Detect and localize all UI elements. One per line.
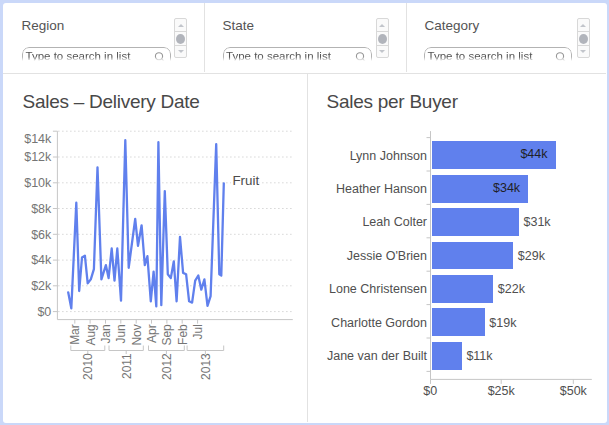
svg-text:$8k: $8k — [31, 202, 52, 216]
svg-text:Feb: Feb — [176, 324, 190, 345]
svg-text:Fruit: Fruit — [232, 173, 259, 188]
svg-text:Apr: Apr — [145, 324, 159, 343]
svg-text:$10k: $10k — [24, 176, 52, 190]
svg-text:2011: 2011 — [120, 353, 134, 379]
svg-text:Nov: Nov — [130, 324, 144, 345]
svg-text:Mar: Mar — [68, 324, 82, 345]
svg-text:Jun: Jun — [114, 324, 128, 343]
svg-text:Aug: Aug — [84, 324, 98, 345]
svg-text:$0: $0 — [37, 305, 51, 319]
svg-text:2010: 2010 — [81, 353, 95, 380]
svg-text:2012: 2012 — [160, 353, 174, 380]
svg-text:Jan: Jan — [99, 324, 113, 343]
svg-text:$12k: $12k — [24, 150, 52, 164]
svg-text:2013: 2013 — [199, 353, 213, 380]
svg-text:$2k: $2k — [31, 279, 52, 293]
svg-text:Jul: Jul — [191, 324, 205, 339]
svg-text:Sep: Sep — [160, 324, 174, 346]
svg-text:$4k: $4k — [31, 253, 52, 267]
svg-text:$6k: $6k — [31, 228, 52, 242]
svg-text:$14k: $14k — [24, 132, 52, 146]
